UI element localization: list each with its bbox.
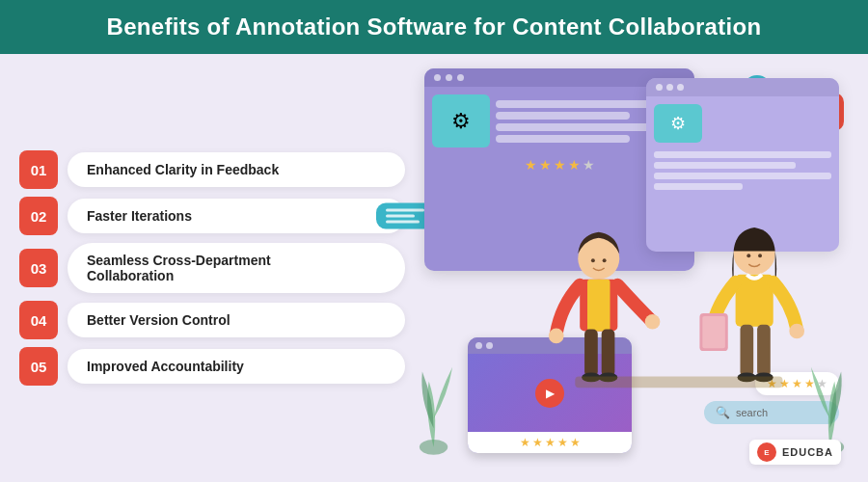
secondary-browser: ⚙ bbox=[646, 78, 839, 252]
b2-lines-2 bbox=[654, 151, 831, 190]
svg-rect-18 bbox=[741, 325, 754, 377]
chat-bubble-line bbox=[386, 215, 415, 218]
video-dot bbox=[475, 342, 482, 349]
browser-line-4 bbox=[496, 135, 630, 143]
benefit-number-1: 01 bbox=[19, 150, 58, 189]
video-body: ▶ bbox=[468, 354, 632, 432]
v-star-5: ★ bbox=[570, 436, 581, 449]
star-2: ★ bbox=[539, 157, 552, 173]
benefit-item-3: 03 Seamless Cross-DepartmentCollaboratio… bbox=[19, 243, 405, 293]
benefit-number-5: 05 bbox=[19, 347, 58, 386]
svg-point-6 bbox=[645, 314, 661, 330]
svg-rect-15 bbox=[699, 313, 727, 351]
r-star-1: ★ bbox=[767, 377, 777, 390]
benefit-label-4: Better Version Control bbox=[68, 303, 405, 337]
b2-line-5 bbox=[654, 162, 796, 169]
v-star-4: ★ bbox=[557, 436, 568, 449]
benefit-item-2: 02 Faster Iterations bbox=[19, 197, 405, 235]
benefit-number-3: 03 bbox=[19, 249, 58, 287]
svg-point-20 bbox=[738, 373, 757, 383]
v-star-1: ★ bbox=[520, 436, 530, 449]
page-wrapper: Benefits of Annotation Software for Cont… bbox=[0, 0, 868, 482]
benefit-item-5: 05 Improved Accountability bbox=[19, 347, 405, 386]
page-title: Benefits of Annotation Software for Cont… bbox=[19, 13, 849, 40]
b2-dot-3 bbox=[677, 84, 684, 91]
svg-point-17 bbox=[789, 324, 804, 339]
gear-icon-block: ⚙ bbox=[432, 94, 490, 147]
svg-point-0 bbox=[420, 440, 448, 455]
svg-point-23 bbox=[758, 254, 762, 257]
svg-rect-14 bbox=[736, 275, 773, 327]
search-bar[interactable]: 🔍 search bbox=[704, 401, 839, 424]
v-star-2: ★ bbox=[532, 436, 543, 449]
benefit-item-1: 01 Enhanced Clarity in Feedback bbox=[19, 150, 405, 189]
video-stars-row: ★ ★ ★ ★ ★ bbox=[468, 432, 632, 453]
star-3: ★ bbox=[554, 157, 566, 173]
b2-dot-2 bbox=[666, 84, 673, 91]
svg-point-22 bbox=[746, 254, 750, 257]
gear-block-2: ⚙ bbox=[654, 104, 702, 143]
b2-dot-1 bbox=[656, 84, 663, 91]
b2-line-7 bbox=[654, 183, 743, 190]
r-star-3: ★ bbox=[792, 377, 802, 390]
benefit-number-4: 04 bbox=[19, 301, 58, 339]
play-button: ▶ bbox=[535, 379, 564, 408]
v-star-3: ★ bbox=[545, 436, 556, 449]
browser-dot-2 bbox=[446, 74, 452, 81]
educba-text: EDUCBA bbox=[782, 446, 833, 458]
svg-rect-19 bbox=[757, 325, 771, 377]
benefit-label-1: Enhanced Clarity in Feedback bbox=[68, 152, 405, 187]
svg-rect-16 bbox=[702, 316, 724, 348]
browser-line-2 bbox=[496, 112, 630, 120]
browser-dot-3 bbox=[457, 74, 464, 81]
browser2-toolbar bbox=[646, 78, 839, 96]
r-star-5: ★ bbox=[817, 377, 827, 390]
b2-line-4 bbox=[654, 151, 831, 158]
b2-line-6 bbox=[654, 173, 831, 179]
educba-badge: E EDUCBA bbox=[749, 440, 841, 465]
benefit-number-2: 02 bbox=[19, 197, 58, 235]
star-5: ★ bbox=[583, 157, 595, 173]
search-icon: 🔍 bbox=[716, 406, 730, 419]
illustration-area: ♥ ⚙ bbox=[415, 64, 849, 472]
search-text: search bbox=[736, 407, 768, 418]
rating-stars: ★ ★ ★ ★ ★ bbox=[767, 377, 827, 390]
browser2-body: ⚙ bbox=[646, 96, 839, 198]
main-content: 01 Enhanced Clarity in Feedback 02 Faste… bbox=[0, 54, 868, 482]
r-star-4: ★ bbox=[804, 377, 815, 390]
benefit-label-5: Improved Accountability bbox=[68, 349, 405, 384]
star-4: ★ bbox=[568, 157, 581, 173]
benefit-item-4: 04 Better Version Control bbox=[19, 301, 405, 339]
educba-logo: E bbox=[757, 442, 776, 462]
video-dot-2 bbox=[486, 342, 493, 349]
rating-strip: ★ ★ ★ ★ ★ bbox=[755, 372, 839, 395]
benefit-label-3: Seamless Cross-DepartmentCollaboration bbox=[68, 243, 405, 293]
benefits-list: 01 Enhanced Clarity in Feedback 02 Faste… bbox=[19, 64, 405, 472]
benefit-label-2: Faster Iterations bbox=[68, 199, 405, 233]
header: Benefits of Annotation Software for Cont… bbox=[0, 0, 868, 54]
r-star-2: ★ bbox=[779, 377, 790, 390]
svg-rect-3 bbox=[580, 280, 617, 332]
browser-dot-1 bbox=[434, 74, 441, 81]
video-block: ▶ ★ ★ ★ ★ ★ bbox=[468, 337, 632, 453]
video-header bbox=[468, 337, 632, 354]
star-1: ★ bbox=[525, 157, 537, 173]
svg-rect-4 bbox=[587, 280, 610, 332]
